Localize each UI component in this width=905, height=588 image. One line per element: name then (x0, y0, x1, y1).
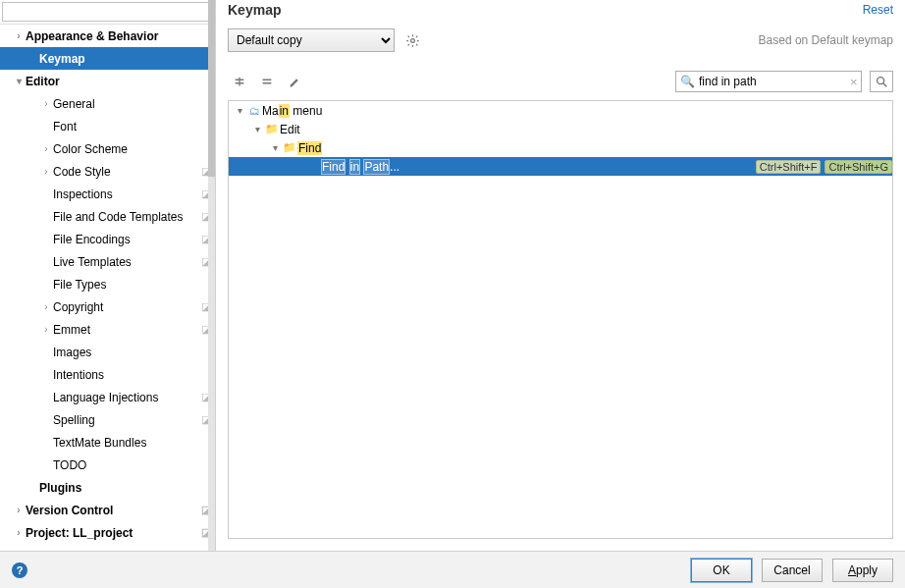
svg-point-0 (410, 38, 414, 42)
menu-icon: 🗂 (246, 105, 262, 117)
sidebar-search (0, 0, 215, 25)
tree-node-find-in-path[interactable]: Find in Path... Ctrl+Shift+F Ctrl+Shift+… (229, 157, 892, 176)
sidebar-item-color-scheme[interactable]: ›Color Scheme (0, 137, 215, 160)
help-icon[interactable]: ? (12, 562, 27, 578)
sidebar-item-file-encodings[interactable]: File Encodings◪ (0, 228, 215, 250)
apply-button[interactable]: Apply (832, 559, 893, 582)
find-by-shortcut-icon[interactable] (870, 71, 893, 92)
shortcut-badge: Ctrl+Shift+F (756, 160, 822, 174)
sidebar-item-label: General (53, 97, 211, 111)
sidebar-item-label: File Encodings (53, 233, 201, 246)
tree-label: Find (297, 141, 322, 155)
sidebar-item-label: TextMate Bundles (53, 436, 211, 450)
chevron-down-icon: ▾ (12, 76, 26, 86)
folder-icon: 📁 (264, 123, 280, 135)
settings-sidebar[interactable]: ›Appearance & BehaviorKeymap▾Editor›Gene… (0, 0, 216, 551)
tree-node-main-menu[interactable]: ▾ 🗂 Main menu (229, 101, 892, 120)
sidebar-item-label: File Types (53, 278, 211, 292)
sidebar-item-file-and-code-templates[interactable]: File and Code Templates◪ (0, 205, 215, 228)
tree-node-edit[interactable]: ▾ 📁 Edit (229, 120, 892, 138)
sidebar-item-appearance-behavior[interactable]: ›Appearance & Behavior (0, 25, 215, 47)
actions-tree[interactable]: ▾ 🗂 Main menu ▾ 📁 Edit ▾ 📁 Find Find (228, 100, 893, 539)
chevron-right-icon: › (12, 505, 26, 515)
chevron-right-icon: › (12, 527, 26, 538)
sidebar-item-label: Intentions (53, 368, 211, 382)
sidebar-item-images[interactable]: Images (0, 341, 215, 363)
action-search-input[interactable] (699, 75, 846, 88)
action-search-box: 🔍 × (675, 71, 862, 92)
sidebar-item-code-style[interactable]: ›Code Style◪ (0, 160, 215, 183)
sidebar-item-label: Code Style (53, 165, 201, 179)
sidebar-item-general[interactable]: ›General (0, 92, 215, 115)
chevron-right-icon: › (39, 166, 53, 177)
sidebar-item-label: Live Templates (53, 255, 201, 269)
svg-point-1 (878, 78, 884, 84)
folder-icon: 📁 (282, 141, 297, 154)
tree-label: Find in Path... (321, 160, 399, 174)
sidebar-item-label: Plugins (39, 481, 211, 495)
sidebar-item-plugins[interactable]: Plugins (0, 476, 215, 499)
sidebar-item-keymap[interactable]: Keymap (0, 47, 215, 70)
panel-title: Keymap (228, 2, 863, 18)
based-on-label: Based on Default keymap (759, 33, 893, 47)
sidebar-item-font[interactable]: Font (0, 115, 215, 137)
sidebar-item-label: Emmet (53, 323, 201, 337)
sidebar-item-project-ll-project[interactable]: ›Project: LL_project◪ (0, 521, 215, 544)
sidebar-item-label: Inspections (53, 187, 201, 201)
sidebar-item-spelling[interactable]: Spelling◪ (0, 408, 215, 431)
chevron-right-icon: › (39, 324, 53, 335)
edit-shortcut-icon[interactable] (283, 70, 306, 93)
sidebar-item-label: Appearance & Behavior (26, 29, 211, 43)
sidebar-item-label: Copyright (53, 300, 201, 314)
sidebar-item-label: Color Scheme (53, 142, 211, 156)
cancel-button[interactable]: Cancel (762, 559, 823, 582)
shortcut-badge: Ctrl+Shift+G (825, 160, 892, 174)
tree-label: Edit (280, 123, 300, 136)
sidebar-item-todo[interactable]: TODO (0, 454, 215, 476)
chevron-right-icon: › (39, 301, 53, 312)
annotation-arrow (759, 165, 893, 322)
chevron-down-icon: ▾ (268, 142, 282, 153)
sidebar-item-label: Images (53, 346, 211, 359)
expand-all-icon[interactable] (228, 70, 251, 93)
gear-icon[interactable] (402, 30, 422, 50)
sidebar-item-intentions[interactable]: Intentions (0, 363, 215, 386)
sidebar-item-label: Editor (26, 75, 211, 88)
search-icon: 🔍 (680, 75, 695, 88)
ok-button[interactable]: OK (691, 559, 752, 582)
sidebar-item-label: Project: LL_project (26, 526, 201, 540)
chevron-right-icon: › (39, 98, 53, 109)
tree-label: Main menu (262, 104, 322, 118)
tree-node-find[interactable]: ▾ 📁 Find (229, 138, 892, 157)
keymap-profile-select[interactable]: Default copy (228, 28, 395, 52)
sidebar-item-editor[interactable]: ▾Editor (0, 70, 215, 92)
sidebar-item-label: Language Injections (53, 391, 201, 404)
chevron-down-icon: ▾ (250, 124, 264, 134)
clear-search-icon[interactable]: × (850, 75, 858, 89)
sidebar-item-build-execution-deployment[interactable]: ›Build, Execution, Deployment (0, 544, 215, 551)
chevron-right-icon: › (12, 30, 26, 41)
sidebar-search-input[interactable] (2, 2, 213, 22)
sidebar-item-inspections[interactable]: Inspections◪ (0, 183, 215, 205)
chevron-right-icon: › (12, 550, 26, 551)
sidebar-item-label: Version Control (26, 504, 201, 517)
sidebar-item-language-injections[interactable]: Language Injections◪ (0, 386, 215, 408)
sidebar-item-label: Font (53, 120, 211, 134)
sidebar-item-textmate-bundles[interactable]: TextMate Bundles (0, 431, 215, 454)
sidebar-item-copyright[interactable]: ›Copyright◪ (0, 295, 215, 318)
sidebar-item-label: Build, Execution, Deployment (26, 549, 211, 552)
sidebar-item-label: TODO (53, 458, 211, 472)
sidebar-item-label: Spelling (53, 413, 201, 427)
sidebar-item-label: File and Code Templates (53, 210, 201, 224)
keymap-panel: Keymap Reset Default copy Based on Defau… (216, 0, 905, 551)
sidebar-scrollbar[interactable] (208, 0, 215, 551)
collapse-all-icon[interactable] (255, 70, 279, 93)
sidebar-item-emmet[interactable]: ›Emmet◪ (0, 318, 215, 341)
reset-link[interactable]: Reset (863, 3, 893, 17)
chevron-right-icon: › (39, 143, 53, 154)
sidebar-item-live-templates[interactable]: Live Templates◪ (0, 250, 215, 273)
chevron-down-icon: ▾ (233, 105, 246, 116)
sidebar-item-file-types[interactable]: File Types (0, 273, 215, 295)
sidebar-item-version-control[interactable]: ›Version Control◪ (0, 499, 215, 521)
dialog-footer: ? OK Cancel Apply (0, 551, 905, 588)
